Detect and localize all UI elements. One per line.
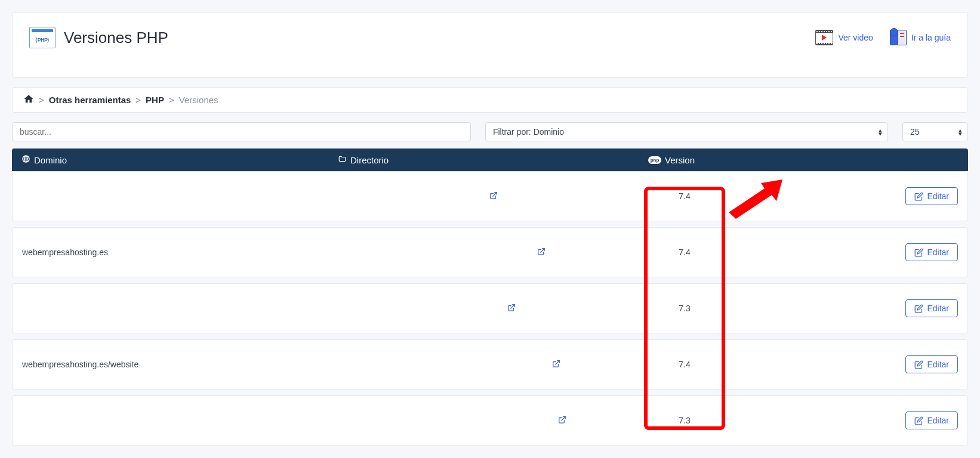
table-row: 7.3 Editar <box>12 395 968 445</box>
table-row: webempresahosting.es7.4 Editar <box>12 227 968 277</box>
edit-button[interactable]: Editar <box>905 355 958 373</box>
php-pill-icon: php <box>648 156 661 164</box>
column-directory-label: Directorio <box>350 155 389 165</box>
external-link-icon[interactable] <box>552 360 560 370</box>
guide-icon <box>890 30 907 45</box>
header-content: ⟨PHP⟩ Versiones PHP Ver video Ir a la gu… <box>13 13 967 77</box>
header-links: Ver video Ir a la guía <box>815 30 951 45</box>
svg-line-3 <box>556 360 559 364</box>
cell-version: 7.4 <box>649 247 720 257</box>
column-header-directory[interactable]: Directorio <box>338 155 648 165</box>
search-input[interactable] <box>12 122 471 141</box>
table-row: 7.3 Editar <box>12 283 968 333</box>
guide-link-label: Ir a la guía <box>911 33 951 42</box>
cell-directory <box>338 247 649 258</box>
filter-select-wrap: Filtrar por: Dominio ▴▾ <box>485 122 888 141</box>
cell-directory <box>338 360 649 370</box>
cell-domain: webempresahosting.es/website <box>22 360 338 369</box>
page-size-wrap: 25 ▴▾ <box>902 122 968 141</box>
cell-directory <box>338 416 649 426</box>
home-icon[interactable] <box>23 94 34 106</box>
external-link-icon[interactable] <box>489 191 498 202</box>
cell-version: 7.4 <box>649 360 720 369</box>
cell-domain: webempresahosting.es <box>22 247 338 257</box>
column-header-domain[interactable]: Dominio <box>21 154 338 165</box>
table-body: 7.4 Editarwebempresahosting.es7.4 Editar… <box>12 171 968 445</box>
globe-icon <box>21 154 30 165</box>
table-header: Dominio Directorio php Version <box>12 148 968 171</box>
video-link[interactable]: Ver video <box>815 30 873 45</box>
php-logo-icon: ⟨PHP⟩ <box>29 27 56 48</box>
external-link-icon[interactable] <box>507 304 516 314</box>
edit-button[interactable]: Editar <box>905 411 958 429</box>
video-icon <box>815 30 833 45</box>
breadcrumb-current: Versiones <box>179 95 218 105</box>
cell-actions: Editar <box>720 355 958 373</box>
guide-link[interactable]: Ir a la guía <box>890 30 951 45</box>
svg-line-4 <box>562 416 565 420</box>
video-link-label: Ver video <box>838 33 873 42</box>
breadcrumb-sep: > <box>169 95 174 105</box>
table-row: 7.4 Editar <box>12 171 968 221</box>
page-title: Versiones PHP <box>64 29 168 47</box>
cell-actions: Editar <box>720 243 958 261</box>
breadcrumb-item-0[interactable]: Otras herramientas <box>49 95 131 105</box>
edit-button[interactable]: Editar <box>905 299 958 317</box>
cell-actions: Editar <box>720 299 958 317</box>
edit-button-label: Editar <box>927 191 949 201</box>
edit-button-label: Editar <box>927 416 949 425</box>
page-size-select[interactable]: 25 <box>902 122 968 141</box>
cell-directory <box>338 304 649 314</box>
cell-actions: Editar <box>720 411 958 429</box>
svg-line-1 <box>541 248 544 252</box>
cell-directory <box>338 191 649 202</box>
controls-row: Filtrar por: Dominio ▴▾ 25 ▴▾ <box>12 122 968 141</box>
title-group: ⟨PHP⟩ Versiones PHP <box>29 27 168 48</box>
edit-button[interactable]: Editar <box>905 243 958 261</box>
breadcrumb-sep: > <box>39 95 44 105</box>
svg-line-0 <box>493 192 497 196</box>
cell-actions: Editar <box>720 187 958 205</box>
cell-version: 7.3 <box>649 416 720 425</box>
edit-button-label: Editar <box>927 304 949 313</box>
folder-icon <box>338 155 347 165</box>
cell-version: 7.4 <box>649 191 720 201</box>
cell-version: 7.3 <box>649 304 720 313</box>
column-version-label: Version <box>665 155 695 165</box>
table-row: webempresahosting.es/website7.4 Editar <box>12 339 968 389</box>
column-domain-label: Dominio <box>34 155 67 165</box>
php-logo-text: ⟨PHP⟩ <box>35 37 50 43</box>
column-header-version[interactable]: php Version <box>648 155 720 165</box>
external-link-icon[interactable] <box>558 416 566 426</box>
breadcrumb-item-1[interactable]: PHP <box>146 95 164 105</box>
breadcrumb-sep: > <box>135 95 141 105</box>
filter-select[interactable]: Filtrar por: Dominio <box>485 122 888 141</box>
header-panel: ⟨PHP⟩ Versiones PHP Ver video Ir a la gu… <box>12 12 968 78</box>
edit-button-label: Editar <box>927 247 949 257</box>
external-link-icon[interactable] <box>537 247 546 258</box>
edit-button[interactable]: Editar <box>905 187 958 205</box>
edit-button-label: Editar <box>927 360 949 369</box>
svg-line-2 <box>511 304 514 308</box>
breadcrumb: > Otras herramientas > PHP > Versiones <box>12 87 968 113</box>
